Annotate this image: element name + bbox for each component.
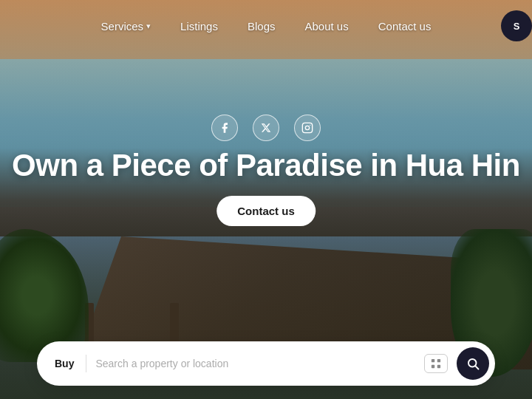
svg-rect-3 [432,359,434,362]
svg-rect-0 [302,123,312,132]
search-bar: Buy [37,341,495,386]
svg-line-8 [475,366,478,369]
hero-heading: Own a Piece of Paradise in Hua Hin [0,148,532,183]
nav-item-about[interactable]: About us [304,20,348,33]
nav-item-contact[interactable]: Contact us [378,20,432,33]
svg-rect-4 [437,359,440,362]
x-twitter-icon[interactable] [253,115,279,141]
search-button[interactable] [457,347,489,380]
search-tab-buy[interactable]: Buy [52,353,77,374]
sign-in-button[interactable]: S [501,10,532,41]
nav-item-services[interactable]: Services ▾ [101,20,151,33]
facebook-icon[interactable] [211,115,238,141]
social-icons-group [211,115,321,141]
svg-rect-5 [432,365,434,368]
svg-rect-6 [437,365,440,368]
search-divider [86,355,86,372]
grid-options-icon[interactable] [424,354,448,373]
services-chevron-icon: ▾ [146,21,151,31]
contact-us-button[interactable]: Contact us [216,196,316,226]
nav-item-listings[interactable]: Listings [180,20,218,33]
instagram-icon[interactable] [294,115,321,141]
navbar: Services ▾ Listings Blogs About us Conta… [0,0,532,52]
nav-item-blogs[interactable]: Blogs [248,20,276,33]
svg-point-2 [310,125,310,126]
svg-point-1 [305,126,309,129]
search-input[interactable] [95,358,415,369]
